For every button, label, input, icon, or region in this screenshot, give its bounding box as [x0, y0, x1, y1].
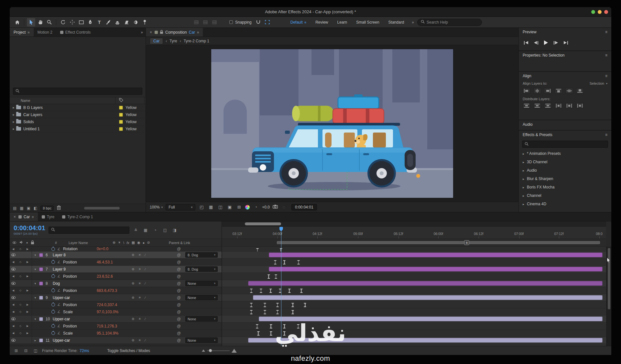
keyframe-icon[interactable] — [283, 260, 286, 264]
panel-menu-icon[interactable]: ≡ — [197, 30, 199, 34]
align-left-button[interactable] — [523, 88, 530, 94]
project-item-car-layers[interactable]: ▸Car LayersYellow — [10, 111, 146, 118]
stopwatch-icon[interactable] — [51, 310, 55, 314]
layer-duration-bar[interactable] — [269, 252, 603, 257]
project-item-untitled-1[interactable]: ▸Untitled 1Yellow — [10, 125, 146, 133]
pan-behind-tool-icon[interactable] — [68, 18, 76, 27]
effects-item-boris-fx-mocha[interactable]: ▸Boris FX Mocha — [519, 183, 611, 191]
timeline-track-row[interactable] — [222, 287, 606, 294]
workspace-default[interactable]: Default≡ — [286, 20, 311, 25]
zoom-out-mountain-icon[interactable] — [202, 349, 205, 352]
breadcrumb-item-tyre-2-comp-1[interactable]: Tyre-2 Comp 1 — [184, 39, 209, 43]
mini-flowchart-icon[interactable]: ≛ — [133, 227, 139, 233]
first-frame-button[interactable] — [524, 40, 528, 46]
eye-icon[interactable] — [10, 296, 17, 299]
timeline-track-row[interactable] — [222, 266, 606, 273]
workspace-standard[interactable]: Standard — [384, 20, 409, 25]
align-to-dropdown[interactable]: Selection ▾ — [590, 81, 607, 85]
flowchart-icon[interactable]: ⊞ — [13, 348, 19, 354]
stopwatch-icon[interactable] — [51, 274, 55, 278]
layer-row[interactable]: ▾9Upper-car⊕☀∕@None▾ — [10, 294, 222, 301]
eye-icon[interactable] — [10, 282, 17, 285]
home-icon[interactable] — [13, 18, 21, 27]
property-row[interactable]: ◀◇▶∠Position23.6,52.6@ — [10, 273, 222, 280]
keyframe-icon[interactable] — [300, 289, 302, 293]
audio-column-icon[interactable] — [19, 241, 23, 245]
channel-wheel-icon[interactable] — [245, 205, 250, 209]
layer-duration-bar[interactable] — [248, 281, 603, 286]
stopwatch-icon[interactable] — [51, 289, 55, 292]
work-area-bar[interactable] — [277, 241, 600, 244]
label-color-chip[interactable] — [119, 113, 123, 117]
layer-duration-bar[interactable] — [253, 295, 603, 300]
layer-row[interactable]: ▾6Layer 8⊕☀∕@8. Dog▾ — [10, 252, 222, 259]
keyframe-icon[interactable] — [275, 274, 277, 279]
last-frame-button[interactable] — [564, 40, 568, 46]
align-center-h-button[interactable] — [533, 88, 541, 94]
clone-stamp-tool-icon[interactable] — [113, 18, 122, 27]
timeline-track-row[interactable] — [222, 259, 606, 266]
bit-depth-button[interactable]: 8 bpc — [40, 206, 54, 211]
effects-item-channel[interactable]: ▸Channel — [519, 191, 611, 200]
layer-row[interactable]: ▸11Upper-car⊕☀∕@None▾ — [10, 337, 222, 344]
current-timecode[interactable]: 0:00:04:01 — [14, 225, 45, 231]
snapshot-camera-icon[interactable] — [273, 205, 278, 209]
align-disabled-icon[interactable] — [192, 18, 201, 27]
stopwatch-icon[interactable] — [51, 331, 55, 335]
layer-color-chip[interactable] — [39, 317, 43, 321]
tab-project[interactable]: Project≡ — [10, 28, 34, 37]
layer-duration-bar[interactable] — [248, 338, 603, 343]
effects-item-audio[interactable]: ▸Audio — [519, 166, 611, 175]
layer-color-chip[interactable] — [39, 338, 43, 342]
guides-disabled-icon[interactable] — [210, 18, 219, 27]
effects-item-cinema-4d[interactable]: ▸Cinema 4D — [519, 200, 611, 208]
text-tool-icon[interactable]: T — [95, 18, 104, 27]
label-color-chip[interactable] — [119, 106, 123, 110]
help-search[interactable] — [417, 19, 482, 26]
keyframe-icon[interactable] — [304, 303, 306, 307]
timeline-track-row[interactable] — [222, 280, 606, 287]
close-tab-icon[interactable]: × — [150, 30, 152, 35]
keyframe-icon[interactable] — [276, 303, 278, 307]
work-area-row[interactable]: 8 — [222, 239, 606, 247]
property-row[interactable]: ◀◇▶∠Position46.4,53.1@ — [10, 259, 222, 266]
tab-composition-car[interactable]: × Composition Car ≡ — [146, 28, 203, 37]
composition-flowchart-icon[interactable]: ⊞ — [236, 205, 242, 209]
zoom-tool-icon[interactable] — [45, 18, 53, 27]
magnification-dropdown[interactable]: 100% ▾ — [150, 205, 163, 209]
property-row[interactable]: ◀◇▶∠Position683.6,473.3@ — [10, 287, 222, 294]
stopwatch-icon[interactable] — [51, 260, 55, 264]
scrollbar-thumb[interactable] — [608, 248, 610, 309]
timeline-track-row[interactable] — [222, 323, 606, 330]
distribute-center-v-button[interactable] — [533, 103, 541, 109]
previous-frame-button[interactable] — [534, 40, 538, 46]
exposure-value[interactable]: +0.0 — [262, 205, 270, 209]
zoom-slider-track[interactable] — [207, 350, 230, 351]
resolution-dropdown[interactable]: Full ▾ — [166, 204, 195, 210]
distribute-top-button[interactable] — [523, 103, 530, 109]
keyframe-icon[interactable] — [288, 289, 290, 293]
stopwatch-icon[interactable] — [51, 303, 55, 306]
workspace-review[interactable]: Review — [311, 20, 332, 25]
keyframe-icon[interactable] — [264, 303, 266, 307]
adjust-icon[interactable]: ◧ — [34, 206, 37, 210]
name-column-header[interactable]: Name — [21, 99, 30, 102]
distribute-center-h-button[interactable] — [565, 103, 573, 109]
align-bottom-button[interactable] — [576, 88, 584, 94]
keyframe-icon[interactable] — [267, 274, 270, 279]
exposure-icon[interactable]: ◔ — [253, 205, 259, 209]
distribute-bottom-button[interactable] — [544, 103, 552, 109]
eye-column-icon[interactable] — [13, 241, 16, 244]
label-column-icon[interactable] — [119, 98, 123, 103]
property-row[interactable]: ◀◇▶∠Scale97.0,103.0%@ — [10, 308, 222, 316]
effects-item-3d-channel[interactable]: ▸3D Channel — [519, 158, 611, 166]
mask-visibility-icon[interactable]: ◫ — [217, 205, 223, 209]
layer-row[interactable]: ▾8Dog⊕☀∕@None▾ — [10, 280, 222, 287]
timeline-tab-tyre[interactable]: Tyre — [38, 212, 58, 221]
layer-color-chip[interactable] — [39, 296, 43, 300]
layer-duration-bar[interactable] — [259, 316, 603, 321]
timeline-track-row[interactable] — [222, 294, 606, 301]
next-frame-button[interactable] — [554, 40, 558, 46]
keyframe-icon[interactable] — [256, 324, 258, 328]
effects-search-field[interactable] — [522, 141, 608, 148]
